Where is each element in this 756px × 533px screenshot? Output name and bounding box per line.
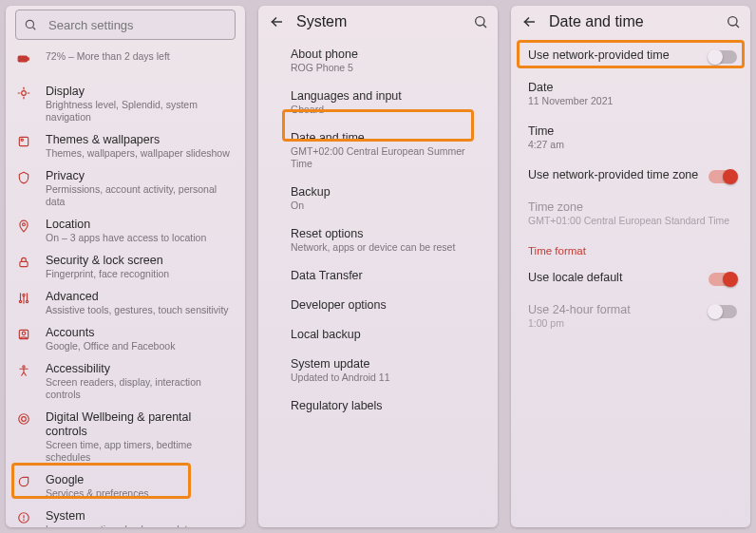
item-title: Advanced xyxy=(46,290,236,304)
row-title: Time zone xyxy=(528,200,737,215)
toggle-network-zone[interactable] xyxy=(709,170,737,183)
svg-point-23 xyxy=(24,520,25,521)
system-item-languages-and-input[interactable]: Languages and input Gboard xyxy=(258,82,498,124)
item-sub: Screen readers, display, interaction con… xyxy=(46,376,236,401)
settings-item-themes-wallpapers[interactable]: Themes & wallpapers Themes, wallpapers, … xyxy=(6,128,245,164)
svg-point-11 xyxy=(23,223,26,226)
system-item-date-and-time[interactable]: Date and time GMT+02:00 Central European… xyxy=(258,124,498,178)
advanced-icon xyxy=(17,292,34,305)
svg-point-4 xyxy=(22,91,27,96)
item-title: Themes & wallpapers xyxy=(46,133,236,147)
item-sub: Screen time, app timers, bedtime schedul… xyxy=(46,439,236,464)
item-title: System update xyxy=(291,357,488,371)
search-icon[interactable] xyxy=(473,14,488,29)
system-item-developer-options[interactable]: Developer options xyxy=(258,291,498,320)
settings-list: 72% – More than 2 days left Display Brig… xyxy=(6,46,245,527)
svg-point-27 xyxy=(476,17,484,26)
settings-item-security-lock-screen[interactable]: Security & lock screen Fingerprint, face… xyxy=(6,249,245,285)
item-sub: Network, apps or device can be reset xyxy=(291,241,488,254)
item-sub: ROG Phone 5 xyxy=(291,62,488,74)
header: Date and time xyxy=(511,6,750,38)
search-placeholder: Search settings xyxy=(48,18,134,32)
item-sub: Permissions, account activity, personal … xyxy=(46,183,236,208)
settings-item-advanced[interactable]: Advanced Assistive tools, gestures, touc… xyxy=(6,285,245,321)
settings-item-battery[interactable]: 72% – More than 2 days left xyxy=(6,46,245,80)
svg-point-18 xyxy=(23,366,25,368)
svg-point-20 xyxy=(22,417,27,422)
row-sub: 11 November 2021 xyxy=(528,95,737,107)
system-item-local-backup[interactable]: Local backup xyxy=(258,320,498,350)
system-item-data-transfer[interactable]: Data Transfer xyxy=(258,261,498,291)
time-row[interactable]: Time 4:27 am xyxy=(511,116,750,160)
item-title: Digital Wellbeing & parental controls xyxy=(46,410,236,439)
date-time-list: Use network-provided time Date 11 Novemb… xyxy=(511,38,750,527)
item-title: Date and time xyxy=(291,131,488,145)
toggle-network-time[interactable] xyxy=(709,50,737,64)
item-title: Google xyxy=(46,473,236,487)
settings-item-accessibility[interactable]: Accessibility Screen readers, display, i… xyxy=(6,357,245,406)
item-sub: Fingerprint, face recognition xyxy=(46,268,236,280)
item-title: Security & lock screen xyxy=(46,254,236,268)
system-item-backup[interactable]: Backup On xyxy=(258,178,498,219)
svg-rect-9 xyxy=(19,137,28,145)
settings-item-google[interactable]: Google Services & preferences xyxy=(6,468,245,504)
search-icon[interactable] xyxy=(726,14,741,29)
display-icon xyxy=(17,86,34,100)
settings-item-location[interactable]: Location On – 3 apps have access to loca… xyxy=(6,213,245,249)
svg-point-14 xyxy=(23,294,25,295)
item-title: System xyxy=(46,509,236,523)
row-title: Use network-provided time xyxy=(528,48,709,63)
item-title: Backup xyxy=(291,185,488,200)
use-network-time-row[interactable]: Use network-provided time xyxy=(511,40,750,72)
item-title: Accounts xyxy=(46,326,236,340)
row-title: Use 24-hour format xyxy=(528,303,709,317)
row-title: Time xyxy=(528,124,737,139)
svg-point-19 xyxy=(19,414,29,425)
item-title: About phone xyxy=(291,48,488,62)
back-icon[interactable] xyxy=(520,13,539,30)
search-icon xyxy=(24,18,39,31)
svg-point-10 xyxy=(21,139,23,141)
item-sub: On xyxy=(291,200,488,212)
lock-icon xyxy=(17,256,34,269)
header: System xyxy=(258,6,498,38)
item-title: Data Transfer xyxy=(291,269,488,283)
settings-item-privacy[interactable]: Privacy Permissions, account activity, p… xyxy=(6,164,245,213)
item-sub: On – 3 apps have access to location xyxy=(46,232,236,244)
system-item-reset-options[interactable]: Reset options Network, apps or device ca… xyxy=(258,219,498,261)
item-sub: Google, Office and Facebook xyxy=(46,340,236,352)
back-icon[interactable] xyxy=(268,13,287,30)
item-title: Privacy xyxy=(46,169,236,183)
item-title: Regulatory labels xyxy=(291,399,488,413)
settings-item-accounts[interactable]: Accounts Google, Office and Facebook xyxy=(6,321,245,357)
toggle-use-locale[interactable] xyxy=(709,273,737,286)
time-zone-row: Time zone GMT+01:00 Central European Sta… xyxy=(511,192,750,236)
settings-item-system[interactable]: System Languages, time, backup, updates xyxy=(6,504,245,527)
system-list: About phone ROG Phone 5 Languages and in… xyxy=(258,38,498,527)
location-icon xyxy=(17,219,34,233)
settings-item-display[interactable]: Display Brightness level, Splendid, syst… xyxy=(6,80,245,128)
system-item-regulatory-labels[interactable]: Regulatory labels xyxy=(258,391,498,421)
system-item-about-phone[interactable]: About phone ROG Phone 5 xyxy=(258,40,498,82)
settings-item-digital-wellbeing-parental-controls[interactable]: Digital Wellbeing & parental controls Sc… xyxy=(6,406,245,468)
search-bar[interactable]: Search settings xyxy=(15,10,236,40)
item-title: Local backup xyxy=(291,328,488,342)
use-network-zone-row[interactable]: Use network-provided time zone xyxy=(511,160,750,192)
privacy-icon xyxy=(17,171,34,184)
item-title: Developer options xyxy=(291,298,488,313)
row-sub: 1:00 pm xyxy=(528,317,709,330)
svg-line-28 xyxy=(483,25,486,28)
svg-point-30 xyxy=(728,17,737,26)
system-item-system-update[interactable]: System update Updated to Android 11 xyxy=(258,350,498,391)
item-title: Reset options xyxy=(291,227,488,241)
wellbeing-icon xyxy=(17,412,34,426)
row-sub: GMT+01:00 Central European Standard Time xyxy=(528,215,737,227)
use-locale-row[interactable]: Use locale default xyxy=(511,262,750,295)
google-icon xyxy=(17,475,34,488)
svg-point-15 xyxy=(26,300,28,302)
date-row[interactable]: Date 11 November 2021 xyxy=(511,72,750,116)
svg-rect-12 xyxy=(20,261,28,266)
page-title: Date and time xyxy=(549,13,726,30)
page-title: System xyxy=(296,13,473,30)
panel-settings: Search settings 72% – More than 2 days l… xyxy=(6,6,245,527)
